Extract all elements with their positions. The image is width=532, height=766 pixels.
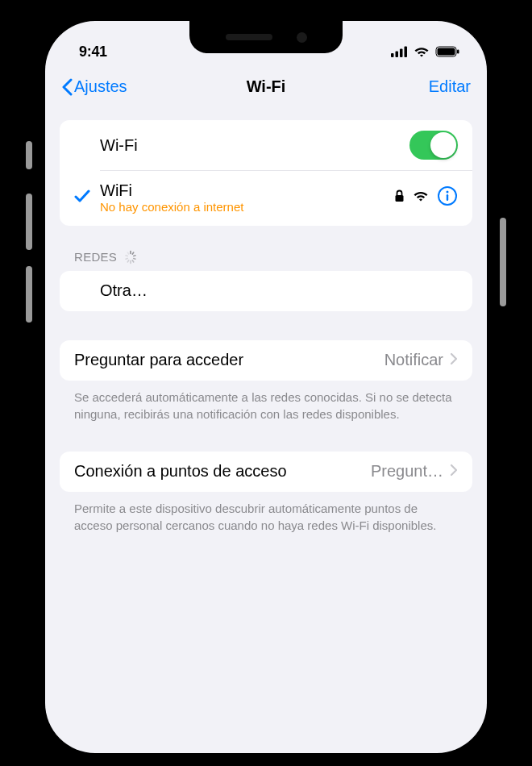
battery-icon bbox=[435, 46, 459, 57]
ask-to-join-group: Preguntar para acceder Notificar bbox=[60, 340, 472, 381]
screen: 9:41 Ajustes bbox=[45, 21, 487, 753]
ask-to-join-label: Preguntar para acceder bbox=[74, 351, 384, 369]
spinner-icon bbox=[123, 250, 138, 264]
status-time: 9:41 bbox=[79, 44, 107, 60]
wifi-toggle-label: Wi-Fi bbox=[100, 136, 409, 155]
wifi-toggle-row: Wi-Fi bbox=[60, 120, 472, 170]
svg-rect-3 bbox=[405, 47, 408, 58]
hotspot-label: Conexión a puntos de acceso bbox=[74, 462, 287, 481]
ask-to-join-footer: Se accederá automáticamente a las redes … bbox=[60, 381, 472, 423]
info-icon[interactable] bbox=[437, 185, 458, 210]
svg-rect-7 bbox=[396, 195, 404, 202]
svg-line-17 bbox=[127, 260, 129, 262]
hotspot-footer: Permite a este dispositivo descubrir aut… bbox=[60, 492, 472, 534]
back-label: Ajustes bbox=[74, 77, 127, 96]
lock-icon bbox=[394, 189, 405, 206]
svg-line-19 bbox=[126, 256, 127, 256]
volume-up-button[interactable] bbox=[26, 194, 32, 250]
other-network-row[interactable]: Otra… bbox=[60, 271, 472, 311]
cellular-icon bbox=[391, 46, 408, 57]
svg-line-14 bbox=[134, 258, 135, 259]
connected-network-status: No hay conexión a internet bbox=[100, 200, 394, 215]
other-network-label: Otra… bbox=[100, 281, 458, 300]
connected-network-row[interactable]: WiFi No hay conexión a internet bbox=[60, 170, 472, 226]
wifi-toggle[interactable] bbox=[409, 131, 458, 160]
svg-line-12 bbox=[132, 252, 134, 254]
ask-to-join-row[interactable]: Preguntar para acceder Notificar bbox=[60, 340, 472, 381]
svg-rect-0 bbox=[391, 53, 394, 57]
connected-network-name: WiFi bbox=[100, 181, 394, 200]
chevron-right-icon bbox=[450, 352, 458, 368]
networks-header: REDES bbox=[60, 226, 472, 271]
networks-group: Otra… bbox=[60, 271, 472, 311]
back-button[interactable]: Ajustes bbox=[61, 77, 127, 96]
power-button[interactable] bbox=[500, 218, 506, 306]
svg-line-20 bbox=[127, 252, 129, 254]
wifi-signal-icon bbox=[413, 190, 429, 206]
hotspot-group: Conexión a puntos de acceso Pregunt… bbox=[60, 452, 472, 492]
svg-rect-5 bbox=[438, 48, 455, 56]
svg-rect-10 bbox=[447, 194, 448, 201]
volume-down-button[interactable] bbox=[26, 266, 32, 323]
checkmark-icon bbox=[74, 189, 90, 206]
hotspot-row[interactable]: Conexión a puntos de acceso Pregunt… bbox=[60, 452, 472, 492]
nav-bar: Ajustes Wi-Fi Editar bbox=[45, 66, 487, 104]
edit-button[interactable]: Editar bbox=[429, 77, 471, 96]
wifi-icon bbox=[414, 46, 430, 57]
chevron-right-icon bbox=[450, 464, 458, 480]
mute-switch[interactable] bbox=[26, 141, 32, 169]
svg-point-9 bbox=[447, 191, 449, 194]
svg-line-15 bbox=[132, 260, 134, 262]
notch bbox=[189, 21, 343, 53]
ask-to-join-value: Notificar bbox=[384, 351, 443, 369]
svg-rect-1 bbox=[396, 52, 399, 58]
svg-line-18 bbox=[126, 258, 127, 259]
svg-rect-2 bbox=[400, 49, 403, 58]
wifi-group: Wi-Fi WiFi No hay conexión a internet bbox=[60, 120, 472, 226]
svg-rect-6 bbox=[457, 50, 459, 54]
svg-line-13 bbox=[134, 256, 135, 256]
hotspot-value: Pregunt… bbox=[371, 462, 443, 481]
